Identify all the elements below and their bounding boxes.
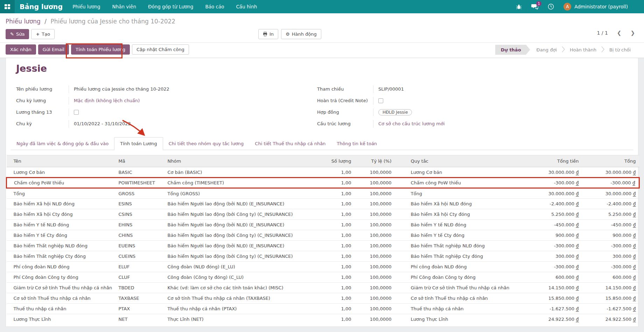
cell-name: Lương Cơ bản — [7, 167, 115, 178]
table-row-EHINS[interactable]: Bảo hiểm Y tế NLĐ đóngEHINSBảo hiểm Ngườ… — [7, 220, 639, 230]
cell-group: Cơ bản (BASIC) — [164, 167, 318, 178]
nav-menu-item-4[interactable]: Báo cáo — [205, 4, 224, 9]
table-row-BASIC[interactable]: Lương Cơ bảnBASICCơ bản (BASIC)1,00100,0… — [7, 167, 639, 178]
checkbox[interactable] — [74, 110, 79, 115]
workflow-button-1[interactable]: Xác nhận — [6, 44, 36, 55]
workflow-button-2[interactable]: Gửi Email — [38, 44, 69, 55]
cell-name: Chấm công PoW thiếu — [7, 178, 115, 188]
activity-clock-icon[interactable] — [547, 3, 554, 10]
field-value-link[interactable]: Mặc định (không lệch chuẩn) — [69, 97, 254, 105]
field-row-left-4: Chu kỳ01/10/2022 - 31/10/2022 — [16, 118, 254, 129]
messages-icon[interactable]: 1 — [531, 3, 538, 10]
cell-qty: 1,00 — [318, 199, 355, 209]
currency-symbol: ₫ — [576, 296, 579, 301]
breadcrumb-parent-link[interactable]: Phiếu lương — [6, 18, 41, 25]
user-avatar: A — [564, 3, 571, 10]
cell-total: 30.000.000 ₫ — [582, 167, 639, 178]
status-step-4[interactable]: Bị từ chối — [605, 45, 635, 55]
record-title: Jessie — [16, 63, 47, 74]
column-header-7[interactable]: Tổng tiền — [525, 155, 582, 167]
tab-5[interactable]: Thông tin kế toán — [331, 137, 383, 150]
contract-tag[interactable]: HĐLĐ Jessie — [378, 109, 412, 115]
action-button[interactable]: ⚙ Hành động — [281, 29, 321, 39]
field-value-tag: HĐLĐ Jessie — [373, 108, 562, 116]
cell-code: ESINS — [115, 199, 164, 209]
cell-rate: 100,0000 — [355, 304, 395, 314]
cell-qty: 1,00 — [318, 251, 355, 262]
table-row-ELUF[interactable]: Phí công đoàn NLĐ đóngELUFCông đoàn (NLĐ… — [7, 262, 639, 272]
apps-menu-button[interactable] — [0, 0, 15, 13]
table-row-TBDED[interactable]: Giảm trừ Cơ sở tính Thuế thu nhập cá nhâ… — [7, 283, 639, 293]
currency-symbol: ₫ — [576, 264, 579, 270]
workflow-button-4[interactable]: Cập nhật Chấm công — [132, 44, 189, 55]
cell-rate: 100,0000 — [355, 262, 395, 272]
table-row-CUEINS[interactable]: Bảo hiểm Thất nghiệp Cty đóngCUEINSBảo h… — [7, 251, 639, 262]
column-header-4[interactable]: Số lượng — [318, 155, 355, 167]
tab-2-active[interactable]: Tính toán Lương — [114, 137, 163, 150]
table-row-TAXBASE[interactable]: Cơ sở tính Thuế thu nhập cá nhânTAXBASEC… — [7, 293, 639, 304]
table-row-ESINS[interactable]: Bảo hiểm Xã hội NLĐ đóngESINSBảo hiểm Ng… — [7, 199, 639, 209]
cell-qty: 1,00 — [318, 220, 355, 230]
workflow-button-3[interactable]: Tính toán Phiếu lương — [71, 44, 130, 55]
nav-menu-item-1[interactable]: Phiếu lương — [72, 4, 100, 9]
cell-rate: 100,0000 — [355, 167, 395, 178]
edit-button[interactable]: ✎ Sửa — [6, 29, 29, 39]
table-row-PTAX[interactable]: Thuế thu nhập cá nhânPTAXThuế thu nhập c… — [7, 304, 639, 314]
table-row-CHINS[interactable]: Bảo hiểm Y tế Cty đóngCHINSBảo hiểm Ngườ… — [7, 230, 639, 241]
currency-symbol: ₫ — [633, 243, 636, 249]
tab-3[interactable]: Chi tiết theo nhóm quy tắc lương — [163, 137, 250, 150]
pager-next-button[interactable]: ❯ — [630, 30, 635, 36]
status-step-2[interactable]: Đang đợi — [532, 45, 561, 55]
currency-symbol: ₫ — [576, 254, 579, 259]
tab-1[interactable]: Ngày đã làm việc & đóng góp & đầu vào — [11, 137, 114, 150]
table-row-EUEINS[interactable]: Bảo hiểm Thất nghiệp NLĐ đóngEUEINSBảo h… — [7, 241, 639, 251]
checkbox[interactable] — [378, 98, 383, 103]
statusbar: Dự thảoĐang đợiHoàn thànhBị từ chối — [495, 44, 635, 55]
debug-bug-icon[interactable] — [515, 3, 522, 10]
cell-amount: 900.000 ₫ — [525, 230, 582, 241]
cell-rule: Phí công đoàn NLĐ đóng — [395, 262, 525, 272]
cell-rule: Bảo hiểm Thất nghiệp NLĐ đóng — [395, 241, 525, 251]
currency-symbol: ₫ — [633, 212, 636, 217]
table-row-CLUF[interactable]: Phí Công đoàn Công ty đóngCLUFCông đoàn … — [7, 272, 639, 283]
column-header-6[interactable]: Quy tắc — [395, 155, 525, 167]
pager-previous-button[interactable]: ❮ — [617, 30, 622, 36]
table-row-GROSS[interactable]: TổngGROSSTổng (GROSS)1,00100,0000Tổng30.… — [7, 188, 639, 199]
workflow-row: Xác nhậnGửi EmailTính toán Phiếu lươngCậ… — [0, 42, 644, 56]
currency-symbol: ₫ — [633, 264, 636, 270]
column-header-1[interactable]: Tên — [7, 155, 115, 167]
field-row-right-1: Tham chiếuSLIP/00001 — [317, 83, 562, 95]
cell-rate: 100,0000 — [355, 188, 395, 199]
cell-total: -300.000 ₫ — [582, 178, 639, 188]
tab-4[interactable]: Chi tiết Thuế thu nhập cá nhân — [249, 137, 331, 150]
user-menu[interactable]: A Administrator (payroll) — [564, 3, 628, 10]
cell-name: Bảo hiểm Xã hội NLĐ đóng — [7, 199, 115, 209]
currency-symbol: ₫ — [576, 317, 579, 322]
print-button[interactable]: In — [258, 29, 278, 39]
create-button[interactable]: + Tạo — [31, 29, 55, 39]
cell-code: NET — [115, 314, 164, 325]
field-value-link[interactable]: Cơ sở cho cấu trúc lương mới — [373, 120, 562, 128]
status-step-3[interactable]: Hoàn thành — [566, 45, 601, 55]
cell-total: 24.922.500 ₫ — [582, 314, 639, 325]
status-step-1[interactable]: Dự thảo — [495, 45, 530, 55]
nav-menu-item-5[interactable]: Cấu hình — [236, 4, 257, 9]
cell-code: ELUF — [115, 262, 164, 272]
column-header-3[interactable]: Nhóm — [164, 155, 318, 167]
field-label: Hợp đồng — [317, 110, 373, 115]
column-header-8[interactable]: Tổng — [582, 155, 639, 167]
currency-symbol: ₫ — [576, 222, 579, 228]
column-header-2[interactable]: Mã — [115, 155, 164, 167]
table-row-CSINS[interactable]: Bảo hiểm Xã hội Cty đóngCSINSBảo hiểm Ng… — [7, 209, 639, 220]
currency-symbol: ₫ — [576, 201, 579, 207]
nav-menu-item-2[interactable]: Nhân viên — [112, 4, 136, 9]
nav-menu-item-3[interactable]: Đóng góp từ Lương — [148, 4, 193, 9]
cell-name: Bảo hiểm Xã hội Cty đóng — [7, 209, 115, 220]
table-row-POWTIMESHEET-highlighted[interactable]: Chấm công PoW thiếuPOWTIMESHEETChấm công… — [7, 178, 639, 188]
currency-symbol: ₫ — [633, 254, 636, 259]
table-row-NET[interactable]: Lương Thực LĩnhNETThực Lĩnh (NET)1,00100… — [7, 314, 639, 325]
app-title[interactable]: Bảng lương — [20, 3, 63, 10]
column-header-5[interactable]: Tỷ lệ (%) — [355, 155, 395, 167]
cell-qty: 1,00 — [318, 209, 355, 220]
cell-qty: 1,00 — [318, 230, 355, 241]
